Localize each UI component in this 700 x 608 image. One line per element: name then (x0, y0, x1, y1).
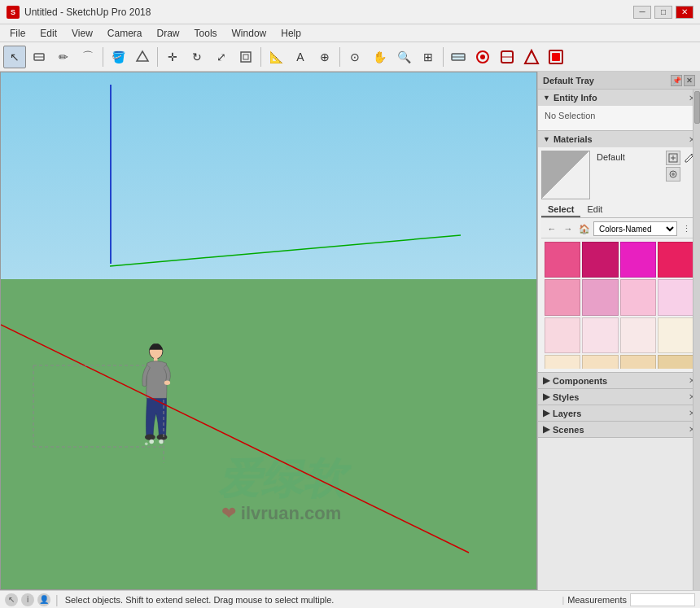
materials-preview: Default (541, 151, 697, 199)
layers-panel-collapsed[interactable]: ▶ Layers ✕ (538, 405, 700, 422)
color-swatch[interactable] (582, 355, 618, 369)
component3-tool[interactable] (520, 46, 543, 68)
zoom-extents-tool[interactable]: ⊞ (417, 46, 440, 68)
entity-info-title: Entity Info (553, 93, 597, 103)
styles-panel-collapsed[interactable]: ▶ Styles ✕ (538, 389, 700, 405)
entity-info-status: No Selection (545, 111, 595, 120)
svg-point-8 (480, 55, 485, 59)
materials-header[interactable]: ▼ Materials ✕ (538, 131, 700, 147)
orbit-tool[interactable]: ⊙ (343, 46, 366, 68)
home-button[interactable]: 🏠 (577, 221, 592, 236)
styles-title: Styles (553, 392, 579, 402)
scenes-title: Scenes (553, 425, 584, 435)
menu-camera[interactable]: Camera (101, 26, 149, 41)
component1-tool[interactable] (471, 46, 494, 68)
status-icon-arrow: ↖ (5, 593, 18, 606)
restore-button[interactable]: □ (654, 6, 672, 19)
color-swatch[interactable] (545, 279, 580, 315)
menu-edit[interactable]: Edit (33, 26, 63, 41)
measurements-input[interactable] (630, 593, 695, 606)
title-bar: S Untitled - SketchUp Pro 2018 ─ □ ✕ (0, 0, 700, 24)
viewport[interactable]: 爱绿软 ❤ ilvruan.com (0, 72, 537, 590)
status-icon-info: i (21, 593, 34, 606)
svg-point-27 (145, 443, 148, 446)
move-tool[interactable]: ✛ (161, 46, 184, 68)
color-swatch[interactable] (545, 355, 580, 369)
paint-tool[interactable]: 🪣 (107, 46, 129, 68)
tray-header: Default Tray 📌 ✕ (538, 72, 700, 90)
color-swatch[interactable] (658, 317, 693, 353)
tab-edit[interactable]: Edit (580, 203, 609, 217)
pencil-tool[interactable]: ✏ (52, 46, 75, 68)
toolbar-sep-2 (157, 47, 158, 67)
status-icon-user: 👤 (37, 593, 50, 606)
tray-scrollbar[interactable] (693, 90, 700, 590)
svg-point-25 (149, 440, 154, 444)
select-tool[interactable]: ↖ (3, 46, 26, 68)
tray-close-button[interactable]: ✕ (684, 75, 695, 86)
edit-material-button[interactable] (666, 167, 680, 182)
color-swatch[interactable] (658, 242, 693, 278)
tray-pin-button[interactable]: 📌 (671, 75, 682, 86)
svg-point-26 (159, 440, 164, 444)
color-swatch[interactable] (582, 279, 618, 315)
menu-tools[interactable]: Tools (188, 26, 224, 41)
zoom-tool[interactable]: 🔍 (392, 46, 415, 68)
color-swatch[interactable] (545, 242, 580, 278)
tape-tool[interactable]: 📐 (265, 46, 287, 68)
main-area: 爱绿软 ❤ ilvruan.com Default Tray 📌 ✕ ▼ Ent… (0, 72, 700, 590)
pan-tool[interactable]: ✋ (368, 46, 391, 68)
tab-select[interactable]: Select (541, 203, 580, 217)
arc-tool[interactable]: ⌒ (77, 46, 99, 68)
scrollbar-thumb[interactable] (694, 91, 700, 124)
forward-button[interactable]: → (561, 221, 575, 236)
toolbar: ↖ ✏ ⌒ 🪣 ✛ ↻ ⤢ 📐 A ⊕ ⊙ ✋ 🔍 ⊞ (0, 42, 700, 72)
materials-arrow: ▼ (543, 135, 550, 143)
entity-info-header[interactable]: ▼ Entity Info ✕ (538, 90, 700, 106)
color-swatch[interactable] (658, 279, 693, 315)
color-swatch[interactable] (582, 242, 618, 278)
menu-window[interactable]: Window (225, 26, 273, 41)
color-swatch[interactable] (582, 317, 618, 353)
axes-tool[interactable]: ⊕ (313, 46, 336, 68)
color-swatch[interactable] (658, 355, 693, 369)
text-tool[interactable]: A (289, 46, 312, 68)
close-button[interactable]: ✕ (676, 6, 693, 19)
menu-bar: File Edit View Camera Draw Tools Window … (0, 24, 700, 42)
color-swatch[interactable] (545, 317, 580, 353)
section-plane-tool[interactable] (447, 46, 470, 68)
color-library-dropdown[interactable]: Colors-Named Colors-HSB Colors-RGB (593, 221, 677, 236)
tray-header-icons: 📌 ✕ (671, 75, 695, 86)
material-action-icons (666, 151, 680, 182)
rotate-tool[interactable]: ↻ (186, 46, 208, 68)
eraser-tool[interactable] (28, 46, 50, 68)
app-icon: S (7, 6, 20, 19)
menu-file[interactable]: File (3, 26, 32, 41)
component2-tool[interactable] (496, 46, 518, 68)
color-swatch[interactable] (620, 242, 656, 278)
entity-info-content: No Selection (538, 106, 700, 130)
minimize-button[interactable]: ─ (633, 6, 651, 19)
scale-tool[interactable]: ⤢ (210, 46, 233, 68)
color-swatch[interactable] (620, 355, 656, 369)
toolbar-sep-4 (339, 47, 340, 67)
toolbar-sep-1 (103, 47, 103, 67)
color-swatch[interactable] (620, 279, 656, 315)
offset-tool[interactable] (234, 46, 257, 68)
svg-rect-4 (243, 55, 248, 59)
components-title: Components (553, 376, 607, 386)
shape-tool[interactable] (131, 46, 154, 68)
component4-tool[interactable] (545, 46, 567, 68)
menu-help[interactable]: Help (274, 26, 308, 41)
svg-point-23 (145, 434, 155, 440)
materials-title: Materials (553, 134, 593, 144)
blue-axis (110, 85, 112, 264)
color-swatch[interactable] (620, 317, 656, 353)
back-button[interactable]: ← (545, 221, 559, 236)
scenes-panel-collapsed[interactable]: ▶ Scenes ✕ (538, 422, 700, 438)
create-material-button[interactable] (666, 151, 680, 165)
menu-draw[interactable]: Draw (151, 26, 186, 41)
components-panel-collapsed[interactable]: ▶ Components ✕ (538, 373, 700, 389)
details-button[interactable]: ⋮ (679, 221, 693, 236)
menu-view[interactable]: View (65, 26, 99, 41)
